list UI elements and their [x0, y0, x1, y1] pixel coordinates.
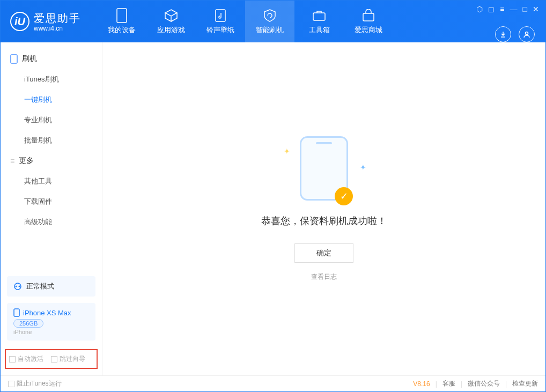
top-tabs: 我的设备 应用游戏 铃声壁纸 智能刷机 工具箱 爱思商城: [97, 1, 393, 42]
success-message: 恭喜您，保资料刷机成功啦！: [261, 215, 387, 227]
sidebar-section-more: ≡ 更多: [1, 151, 102, 171]
version-label: V8.16: [413, 380, 430, 388]
phone-success-illustration: ✓: [300, 136, 348, 201]
maximize-button[interactable]: □: [523, 5, 527, 13]
sidebar-item-pro-flash[interactable]: 专业刷机: [24, 110, 102, 130]
app-url: www.i4.cn: [34, 25, 81, 32]
svg-rect-2: [313, 13, 325, 20]
sparkle-icon: ✦: [360, 163, 366, 172]
phone-icon: [10, 54, 18, 64]
list-icon: ≡: [10, 157, 14, 165]
feedback-icon[interactable]: ◻: [488, 5, 495, 13]
tab-my-device[interactable]: 我的设备: [97, 1, 146, 42]
device-icon: [114, 8, 129, 23]
view-log-link[interactable]: 查看日志: [311, 272, 337, 282]
tab-label: 我的设备: [108, 25, 136, 35]
status-label: 阻止iTunes运行: [17, 379, 62, 388]
device-type: iPhone: [13, 329, 89, 335]
app-header: iU 爱思助手 www.i4.cn 我的设备 应用游戏 铃声壁纸 智能刷机 工具…: [1, 1, 545, 42]
logo: iU 爱思助手 www.i4.cn: [10, 11, 81, 32]
sidebar-item-itunes-flash[interactable]: iTunes刷机: [24, 69, 102, 90]
download-button[interactable]: [495, 26, 511, 42]
tab-ringtone[interactable]: 铃声壁纸: [196, 1, 245, 42]
flash-options: 自动激活 跳过向导: [5, 349, 98, 369]
section-title: 更多: [19, 156, 34, 166]
store-icon: [361, 8, 376, 23]
refresh-shield-icon: [262, 8, 277, 23]
skin-icon[interactable]: ⬡: [476, 5, 483, 13]
minimize-button[interactable]: ―: [510, 5, 518, 13]
sidebar-item-download-fw[interactable]: 下载固件: [24, 191, 102, 212]
sidebar-item-onekey-flash[interactable]: 一键刷机: [24, 90, 102, 110]
sidebar-item-batch-flash[interactable]: 批量刷机: [24, 130, 102, 151]
music-icon: [213, 8, 228, 23]
svg-rect-0: [117, 9, 127, 23]
tab-label: 工具箱: [309, 25, 330, 35]
wechat-link[interactable]: 微信公众号: [468, 379, 500, 388]
header-right: ⬡ ◻ ≡ ― □ ✕: [476, 1, 539, 42]
main-content: ✦ ✦ ✓ 恭喜您，保资料刷机成功啦！ 确定 查看日志: [102, 42, 545, 375]
auto-activate-checkbox[interactable]: 自动激活: [9, 354, 43, 364]
svg-rect-9: [14, 309, 19, 316]
section-title: 刷机: [22, 54, 37, 64]
opt-label: 跳过向导: [60, 354, 85, 364]
tab-label: 爱思商城: [355, 25, 382, 35]
sidebar-item-advanced[interactable]: 高级功能: [24, 212, 102, 232]
sidebar-item-other-tools[interactable]: 其他工具: [24, 171, 102, 191]
tab-flash[interactable]: 智能刷机: [245, 1, 294, 42]
svg-point-4: [526, 32, 528, 35]
tab-toolbox[interactable]: 工具箱: [294, 1, 344, 42]
logo-icon: iU: [10, 12, 29, 31]
sidebar-section-flash: 刷机: [1, 49, 102, 69]
status-bar: 阻止iTunes运行 V8.16 | 客服 | 微信公众号 | 检查更新: [1, 375, 545, 391]
device-name: iPhone XS Max: [23, 309, 71, 317]
phone-small-icon: [13, 308, 20, 317]
tab-label: 应用游戏: [157, 25, 185, 35]
user-button[interactable]: [519, 26, 535, 42]
svg-point-8: [19, 286, 20, 287]
check-badge-icon: ✓: [335, 187, 353, 205]
tab-label: 智能刷机: [256, 25, 284, 35]
tab-label: 铃声壁纸: [206, 25, 234, 35]
skip-guide-checkbox[interactable]: 跳过向导: [51, 354, 85, 364]
support-link[interactable]: 客服: [442, 379, 455, 388]
mode-box[interactable]: 正常模式: [7, 276, 95, 297]
block-itunes-checkbox[interactable]: 阻止iTunes运行: [8, 379, 62, 388]
svg-rect-1: [216, 10, 225, 21]
close-button[interactable]: ✕: [533, 5, 539, 13]
toolbox-icon: [312, 8, 327, 23]
window-controls: ⬡ ◻ ≡ ― □ ✕: [476, 5, 539, 13]
opt-label: 自动激活: [18, 354, 43, 364]
svg-rect-3: [363, 13, 374, 21]
menu-icon[interactable]: ≡: [500, 5, 504, 13]
storage-badge: 256GB: [13, 319, 43, 328]
mode-icon: [13, 282, 22, 291]
device-box[interactable]: iPhone XS Max 256GB iPhone: [7, 303, 95, 341]
tab-apps[interactable]: 应用游戏: [146, 1, 196, 42]
app-name: 爱思助手: [34, 12, 81, 24]
cube-icon: [164, 8, 179, 23]
tab-store[interactable]: 爱思商城: [344, 1, 393, 42]
svg-rect-5: [11, 55, 17, 63]
svg-point-7: [16, 286, 17, 287]
ok-button[interactable]: 确定: [294, 243, 353, 263]
sparkle-icon: ✦: [284, 147, 290, 156]
check-update-link[interactable]: 检查更新: [512, 379, 538, 388]
mode-label: 正常模式: [26, 282, 54, 291]
sidebar: 刷机 iTunes刷机 一键刷机 专业刷机 批量刷机 ≡ 更多 其他工具 下载固…: [1, 42, 102, 375]
